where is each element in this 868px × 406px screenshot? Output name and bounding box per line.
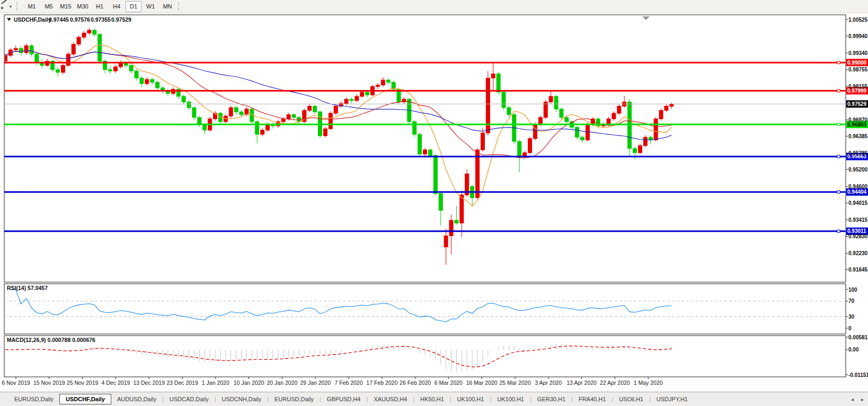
chart-tab-uk100-h1[interactable]: UK100,H1 (451, 394, 490, 404)
y-axis-label: 0.94600 (848, 184, 868, 190)
rsi-axis-label: 30 (848, 314, 855, 320)
candle (512, 113, 516, 144)
rsi-panel-frame (4, 284, 846, 334)
x-axis-label: 25 Mar 2020 (500, 380, 531, 386)
chart-tab-uk100-h1[interactable]: UK100,H1 (491, 394, 530, 404)
chart-tab-usdjpy-h1[interactable]: USDJPY,H1 (651, 394, 694, 404)
candle (502, 91, 506, 110)
rsi-indicator-label: RSI(14) 57.0457 (7, 285, 48, 291)
candle (329, 111, 332, 130)
x-axis-label: 4 Dec 2019 (102, 380, 130, 386)
candle (72, 42, 75, 56)
x-axis-label: 25 Nov 2019 (67, 380, 99, 386)
timeframe-button-m5[interactable]: M5 (41, 1, 57, 12)
x-axis-label: 26 Feb 2020 (400, 380, 431, 386)
x-axis-label: 10 Jan 2020 (234, 380, 264, 386)
dropdown-caret-icon[interactable]: ▾ (10, 4, 12, 9)
macd-axis-label: 0.005818 (848, 335, 868, 340)
candle (303, 109, 306, 123)
x-axis-label: 20 Jan 2020 (267, 380, 297, 386)
chart-tabs: EURUSD,DailyUSDCHF,DailyAUDUSD,Daily|USD… (8, 394, 694, 404)
y-axis-label: 1.00525 (848, 17, 868, 23)
x-axis-label: 6 Nov 2019 (2, 380, 30, 386)
current-price-label: 0.97529 (847, 101, 867, 107)
candle (413, 120, 417, 137)
x-axis-label: 3 Apr 2020 (535, 380, 562, 386)
y-axis-label: 0.95200 (848, 167, 868, 173)
level-badge-label: 0.99000 (847, 60, 867, 66)
x-axis-label: 22 Apr 2020 (600, 380, 630, 386)
toolbar-grip (178, 2, 181, 11)
timeframe-button-d1[interactable]: D1 (126, 1, 141, 12)
x-axis-label: 1 May 2020 (634, 380, 663, 386)
chart-tab-xauusd-h4[interactable]: XAUUSD,H4 (368, 394, 413, 404)
timeframe-button-m30[interactable]: M30 (75, 1, 91, 12)
chart-title-high: 0.97576 (70, 16, 90, 23)
x-axis-label: 7 Feb 2020 (334, 380, 362, 386)
timeframe-button-group: M1M5M15M30H1H4D1W1MN (23, 1, 176, 12)
candle (654, 117, 658, 141)
chart-tab-audusd-daily[interactable]: AUDUSD,Daily (111, 394, 162, 404)
x-axis-label: 17 Feb 2020 (366, 380, 397, 386)
hline-handle[interactable] (837, 191, 840, 193)
hline-handle[interactable] (837, 123, 840, 126)
chart-tab-fra40-h1[interactable]: FRA40,H1 (573, 394, 612, 404)
hline-handle[interactable] (837, 89, 840, 92)
x-axis-label: 1 Jan 2020 (202, 380, 229, 386)
tab-scroll-left-icon[interactable]: ◂ (851, 396, 854, 402)
chart-title-symbol: USDCHF,Daily (14, 16, 51, 23)
y-axis-label: 0.91645 (848, 267, 868, 273)
y-axis-label: 0.95785 (848, 150, 868, 156)
candle (554, 95, 558, 111)
macd-indicator-label: MACD(12,26,9) 0.000788 0.000676 (7, 337, 95, 343)
candle (643, 135, 647, 147)
x-axis-label: 23 Dec 2019 (166, 380, 198, 386)
chart-tab-bar: EURUSD,DailyUSDCHF,DailyAUDUSD,Daily|USD… (0, 392, 868, 406)
chart-tab-ger30-h1[interactable]: GER30,H1 (532, 394, 571, 404)
hline-handle[interactable] (837, 61, 840, 64)
macd-panel-frame (4, 336, 846, 377)
rsi-axis-label: 0 (848, 326, 852, 331)
candle (98, 33, 102, 64)
chart-title-low: 0.97355 (91, 16, 111, 23)
candle (544, 100, 547, 119)
top-toolbar: ▾ M1M5M15M30H1H4D1W1MN (0, 0, 868, 13)
chart-tab-usoil-h1[interactable]: USOil,H1 (613, 394, 649, 404)
y-axis-label: 0.98755 (848, 67, 868, 73)
chart-tab-gbpusd-h4[interactable]: GBPUSD,H4 (321, 394, 367, 404)
chart-tab-hk50-h1[interactable]: HK50,H1 (414, 394, 450, 404)
hline-handle[interactable] (837, 230, 840, 232)
timeframe-button-w1[interactable]: W1 (143, 1, 158, 12)
candle (433, 154, 437, 196)
cursor-tool-icon[interactable] (1, 2, 8, 11)
candle (659, 109, 663, 121)
chart-tab-eurusd-daily[interactable]: EURUSD,Daily (269, 394, 320, 404)
chart-tab-usdcnh-daily[interactable]: USDCNH,Daily (216, 394, 268, 404)
tab-scroll-right-icon[interactable]: ▸ (861, 396, 864, 402)
y-axis-label: 0.93415 (848, 217, 868, 223)
y-axis-label: 0.98155 (848, 84, 868, 89)
timeframe-button-m1[interactable]: M1 (24, 1, 40, 12)
candle (628, 99, 632, 157)
candle (486, 71, 490, 136)
chart-tab-usdchf-daily[interactable]: USDCHF,Daily (59, 394, 111, 404)
hline-handle[interactable] (837, 155, 840, 158)
chart-tab-usdcad-daily[interactable]: USDCAD,Daily (164, 394, 215, 404)
chart-tab-eurusd-daily[interactable]: EURUSD,Daily (8, 394, 59, 404)
timeframe-button-mn[interactable]: MN (160, 1, 175, 12)
candle (229, 106, 233, 118)
candle (250, 107, 254, 124)
rsi-axis-label: 70 (848, 298, 855, 304)
x-axis-label: 13 Dec 2019 (133, 380, 165, 386)
candle (66, 52, 70, 67)
y-axis-label: 0.92230 (848, 250, 868, 256)
tab-scroll-buttons: ◂ ▸ (851, 396, 864, 402)
timeframe-button-h4[interactable]: H4 (109, 1, 125, 12)
timeframe-button-m15[interactable]: M15 (58, 1, 74, 12)
timeframe-button-h1[interactable]: H1 (92, 1, 108, 12)
chart-canvas[interactable]: 0.990000.979990.968030.956630.944040.930… (0, 13, 868, 392)
candle (528, 137, 532, 155)
y-axis-label: 0.94015 (848, 200, 868, 206)
chart-title-close: 0.97529 (111, 16, 131, 23)
level-badge-label: 0.94404 (847, 189, 867, 195)
